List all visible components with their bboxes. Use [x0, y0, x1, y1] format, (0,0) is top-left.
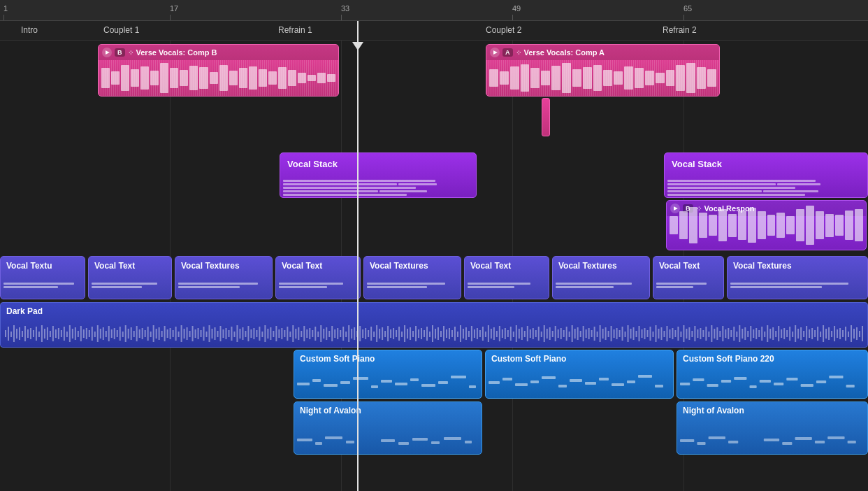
clip-night-avalon-2[interactable]: Night of Avalon	[677, 401, 868, 455]
svg-rect-69	[198, 328, 199, 339]
svg-rect-86	[245, 331, 246, 337]
svg-rect-16	[50, 331, 51, 337]
svg-rect-355	[444, 437, 461, 440]
svg-rect-139	[393, 328, 394, 339]
svg-rect-335	[693, 378, 704, 381]
svg-rect-350	[346, 441, 354, 443]
section-intro: Intro	[21, 25, 38, 35]
svg-rect-249	[700, 328, 701, 339]
timeline-container: 1 17 33 49 65 Intro Couplet 1 Refrain 1 …	[0, 0, 868, 491]
svg-rect-104	[295, 329, 296, 339]
svg-rect-233	[655, 325, 656, 342]
svg-rect-92	[261, 332, 263, 337]
svg-rect-64	[184, 329, 185, 339]
svg-rect-232	[652, 332, 653, 337]
svg-rect-267	[750, 326, 751, 341]
svg-rect-205	[577, 327, 579, 340]
svg-rect-297	[834, 326, 835, 341]
clip-vocal-textures-7[interactable]: Vocal Text	[653, 256, 724, 299]
svg-rect-173	[488, 325, 489, 342]
svg-rect-1	[8, 327, 9, 341]
waveform-vocals-a	[486, 60, 719, 96]
svg-rect-59	[170, 328, 171, 339]
svg-rect-329	[599, 378, 609, 380]
svg-rect-66	[189, 331, 191, 337]
svg-rect-180	[507, 330, 509, 337]
svg-rect-291	[817, 327, 818, 341]
svg-rect-324	[530, 380, 539, 383]
clip-vocal-textures-3[interactable]: Vocal Text	[275, 256, 361, 299]
svg-rect-247	[694, 326, 695, 341]
ruler-mark-17: 17	[170, 4, 178, 13]
svg-rect-242	[680, 332, 681, 337]
clip-verse-vocals-a[interactable]: ▶ A ⁘ Verse Vocals: Comp A	[486, 44, 720, 97]
clip-vocal-response[interactable]: ▶ B ⁘ Vocal Respon	[666, 200, 867, 250]
svg-rect-68	[195, 329, 196, 338]
clip-vocal-textures-2[interactable]: Vocal Textures	[175, 256, 273, 299]
svg-rect-55	[159, 327, 160, 340]
svg-rect-317	[421, 384, 435, 387]
svg-rect-250	[702, 330, 704, 337]
svg-rect-184	[519, 329, 520, 339]
clip-small-midi-bar[interactable]	[542, 98, 550, 136]
svg-rect-210	[591, 330, 593, 337]
svg-rect-201	[566, 327, 567, 341]
clip-vocal-stack-2[interactable]: Vocal Stack	[664, 152, 868, 198]
svg-rect-188	[530, 329, 531, 338]
clip-night-avalon-1[interactable]: Night of Avalon	[294, 401, 482, 455]
night-avalon-1-midi	[294, 419, 482, 450]
vocal-textures-4-label: Vocal Textures	[364, 257, 461, 275]
clip-soft-piano-3[interactable]: Custom Soft Piano 220	[677, 350, 868, 399]
svg-rect-238	[669, 329, 670, 338]
svg-rect-178	[502, 329, 503, 338]
section-refrain2: Refrain 2	[663, 25, 697, 35]
svg-rect-319	[451, 376, 466, 378]
svg-rect-14	[44, 329, 45, 339]
svg-rect-142	[401, 332, 403, 337]
svg-rect-45	[131, 327, 132, 340]
svg-rect-274	[769, 329, 771, 339]
svg-rect-119	[337, 328, 338, 339]
svg-rect-175	[493, 327, 495, 340]
svg-rect-31	[92, 327, 93, 341]
clip-vocal-textures-0[interactable]: Vocal Textu	[0, 256, 85, 299]
svg-rect-147	[415, 326, 417, 341]
svg-rect-127	[359, 326, 361, 341]
svg-rect-88	[250, 329, 252, 338]
svg-rect-327	[570, 379, 582, 382]
clip-soft-piano-2[interactable]: Custom Soft Piano	[485, 350, 674, 399]
svg-rect-165	[465, 327, 467, 340]
svg-rect-191	[538, 327, 540, 341]
svg-rect-289	[811, 328, 813, 339]
clip-vocal-textures-8[interactable]: Vocal Textures	[727, 256, 868, 299]
svg-rect-252	[708, 332, 709, 337]
svg-rect-302	[848, 332, 849, 337]
svg-rect-245	[688, 327, 690, 340]
clip-vocal-textures-4[interactable]: Vocal Textures	[363, 256, 461, 299]
svg-rect-326	[558, 385, 567, 387]
svg-rect-136	[384, 331, 386, 337]
svg-rect-158	[446, 329, 447, 338]
svg-rect-333	[655, 385, 663, 387]
svg-rect-82	[233, 332, 235, 337]
clip-vocal-textures-5[interactable]: Vocal Text	[464, 256, 549, 299]
clip-soft-piano-1[interactable]: Custom Soft Piano	[294, 350, 482, 399]
svg-rect-234	[658, 329, 659, 339]
vocal-textures-2-midi	[175, 275, 272, 296]
svg-rect-30	[89, 330, 90, 337]
svg-rect-294	[825, 329, 827, 339]
svg-rect-117	[331, 326, 333, 341]
clip-vocal-textures-6[interactable]: Vocal Textures	[552, 256, 650, 299]
clip-dark-pad[interactable]: Dark Pad	[0, 302, 868, 348]
svg-rect-112	[317, 332, 319, 337]
playhead[interactable]	[357, 21, 359, 491]
clip-vocal-textures-1[interactable]: Vocal Text	[88, 256, 172, 299]
svg-rect-341	[774, 383, 783, 385]
svg-rect-228	[642, 329, 643, 338]
svg-rect-67	[192, 326, 194, 341]
clip-verse-vocals-b[interactable]: ▶ B ⁘ Verse Vocals: Comp B	[98, 44, 339, 97]
svg-rect-199	[560, 328, 562, 339]
svg-rect-77	[219, 326, 221, 341]
clip-vocal-stack-1[interactable]: Vocal Stack	[280, 152, 477, 198]
svg-rect-70	[201, 330, 202, 337]
